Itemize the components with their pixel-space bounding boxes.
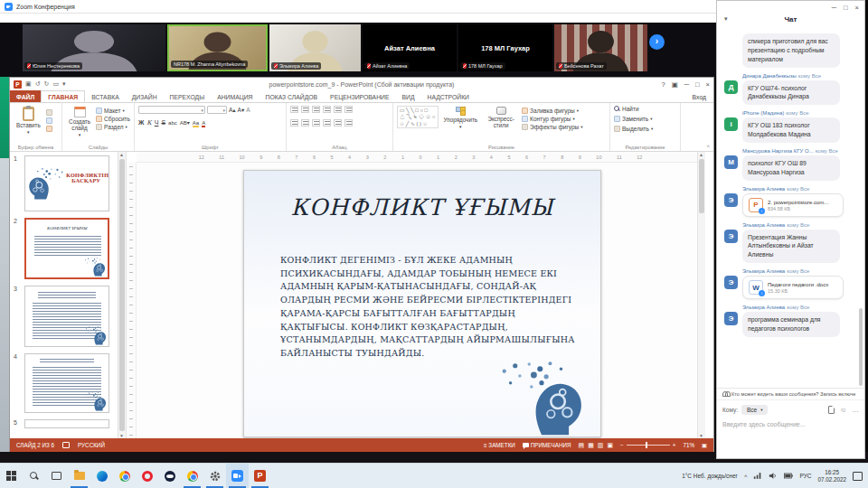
more-options-icon[interactable]: … <box>853 406 860 414</box>
comments-toggle[interactable]: ПРИМЕЧАНИЯ <box>523 442 571 448</box>
volume-icon[interactable] <box>769 472 778 480</box>
shapes-gallery[interactable]: ▭ ╲ ╲ □ ○ □ △ 乁 ↳ ◇ ☆ ○ ☆ ╱ ∿ ( ) ☆ <box>397 106 439 128</box>
smartart-icon[interactable] <box>344 119 353 127</box>
paste-button[interactable]: Вставить▾ <box>14 106 43 136</box>
reset-button[interactable]: Сбросить <box>96 116 130 122</box>
language-status[interactable]: РУССКИЙ <box>78 442 105 448</box>
zoom-in-icon[interactable]: + <box>673 442 676 448</box>
italic-button[interactable]: К <box>146 119 151 127</box>
find-button[interactable]: Найти <box>614 106 639 112</box>
powerpoint-app-button[interactable]: P <box>249 464 271 488</box>
normal-view-icon[interactable]: ▤ <box>579 442 585 449</box>
language-indicator[interactable]: РУС <box>799 473 811 479</box>
chat-close-button[interactable]: × <box>855 4 859 12</box>
select-button[interactable]: Выделить▾ <box>614 126 653 132</box>
slide-scrollbar[interactable]: ▲ ▼ <box>697 152 705 438</box>
fit-slide-icon[interactable]: ▣ <box>702 442 707 448</box>
font-color-button[interactable]: А <box>202 120 205 127</box>
reading-view-icon[interactable]: ▥ <box>598 442 604 449</box>
attach-file-icon[interactable] <box>828 406 835 414</box>
privacy-notice[interactable]: Кто может видеть ваши сообщения? Запись … <box>717 389 864 400</box>
cut-icon[interactable] <box>46 109 52 116</box>
tab-view[interactable]: ВИД <box>395 90 420 102</box>
action-center-icon[interactable] <box>853 472 863 481</box>
qat-customize-icon[interactable]: ▾ <box>62 80 66 88</box>
file-explorer-button[interactable] <box>68 464 90 488</box>
help-button[interactable]: ? <box>661 80 665 89</box>
align-right-icon[interactable] <box>312 119 320 127</box>
slide-thumbnail-4[interactable] <box>24 353 109 413</box>
save-icon[interactable]: ▣ <box>25 80 32 88</box>
tab-home[interactable]: ГЛАВНАЯ <box>41 90 85 102</box>
browser-eye-button[interactable] <box>158 464 181 488</box>
chat-minimize-button[interactable]: ─ <box>832 4 836 12</box>
strikethrough-button[interactable]: S <box>161 119 165 126</box>
slide-sorter-icon[interactable]: ▦ <box>588 442 594 449</box>
quick-styles-button[interactable]: Экспресс-стили <box>483 106 519 129</box>
replace-button[interactable]: Заменить▾ <box>614 116 652 122</box>
task-view-button[interactable] <box>45 464 68 488</box>
line-spacing-icon[interactable] <box>334 106 342 113</box>
tab-insert[interactable]: ВСТАВКА <box>85 90 125 102</box>
chrome-button[interactable] <box>113 464 136 488</box>
align-center-icon[interactable] <box>301 119 309 127</box>
start-button[interactable] <box>0 464 23 488</box>
minimize-button[interactable]: ─ <box>684 80 689 89</box>
file-attachment[interactable]: W↓ Педагоги педагоги .docx15.30 КБ <box>742 276 844 299</box>
shape-outline-button[interactable]: Контур фигуры▾ <box>522 116 582 122</box>
emoji-icon[interactable]: ☺ <box>840 406 847 414</box>
grow-font-icon[interactable]: А▴ <box>229 107 236 114</box>
zoom-slider-thumb[interactable] <box>646 442 647 448</box>
slide-canvas[interactable]: КОНФЛИКТ ҰҒЫМЫ КОНФЛИКТ ДЕГЕНІМІЗ - БҰЛ … <box>243 170 601 437</box>
battery-icon[interactable] <box>784 472 793 480</box>
font-name-combo[interactable]: ▾ <box>138 106 205 114</box>
collapse-ribbon-icon[interactable]: ˄ <box>706 144 710 149</box>
indent-decrease-icon[interactable] <box>312 106 320 113</box>
format-painter-icon[interactable] <box>46 126 52 132</box>
edge-button[interactable] <box>90 464 113 488</box>
thumbnail-scrollbar[interactable]: ▲ ▼ <box>118 152 127 438</box>
clear-format-icon[interactable]: А <box>246 107 250 113</box>
layout-button[interactable]: Макет▾ <box>96 108 130 114</box>
bold-button[interactable]: Ж <box>138 119 144 126</box>
sign-in-link[interactable]: Вход <box>686 90 713 102</box>
ribbon-display-button[interactable]: ▣ <box>672 80 678 89</box>
copy-icon[interactable] <box>46 117 52 124</box>
zoom-slider[interactable]: − + <box>620 442 675 448</box>
taskbar-search-button[interactable] <box>23 464 45 488</box>
shape-fill-button[interactable]: Заливка фигуры▾ <box>522 108 582 114</box>
notes-toggle[interactable]: ≡ ЗАМЕТКИ <box>484 442 515 448</box>
text-shadow-button[interactable]: abc <box>168 120 177 126</box>
close-button[interactable]: × <box>706 80 710 89</box>
clock[interactable]: 16:2507.02.2022 <box>817 469 846 483</box>
zoom-out-icon[interactable]: − <box>620 442 624 448</box>
chat-scrollbar[interactable] <box>859 308 863 386</box>
hidden-icons-chevron[interactable]: ˄ <box>744 474 748 479</box>
shrink-font-icon[interactable]: А▾ <box>238 107 245 114</box>
opera-button[interactable] <box>136 464 158 488</box>
zoom-level[interactable]: 71% <box>683 442 694 448</box>
slide-thumbnail-1[interactable]: КОНФЛИКТІНІ БАСҚАРУ <box>24 155 109 211</box>
slideshow-icon[interactable]: ▭ <box>52 80 59 88</box>
tab-transitions[interactable]: ПЕРЕХОДЫ <box>164 90 212 102</box>
display-settings-icon[interactable] <box>62 442 70 448</box>
columns-icon[interactable] <box>334 119 342 127</box>
numbering-icon[interactable] <box>301 106 309 113</box>
tab-addins[interactable]: НАДСТРОЙКИ <box>421 90 476 102</box>
text-direction-icon[interactable] <box>344 106 353 113</box>
slide-thumbnail-5[interactable] <box>24 419 109 428</box>
tab-review[interactable]: РЕЦЕНЗИРОВАНИЕ <box>324 90 395 102</box>
section-button[interactable]: Раздел▾ <box>96 124 130 130</box>
font-size-combo[interactable]: ▾ <box>207 106 227 114</box>
network-icon[interactable] <box>753 472 762 480</box>
highlight-button[interactable]: Аа <box>193 120 199 127</box>
arrange-button[interactable]: Упорядочить▾ <box>441 106 480 130</box>
redo-icon[interactable]: ↻ <box>44 80 50 88</box>
slideshow-view-icon[interactable]: ▣ <box>607 442 613 449</box>
file-attachment[interactable]: P↓ 2. powerpointstore.com...834.58 КБ <box>742 193 844 217</box>
underline-button[interactable]: Ч <box>155 119 159 126</box>
slide-thumbnail-3[interactable] <box>24 286 109 347</box>
justify-icon[interactable] <box>323 119 331 127</box>
shape-effects-button[interactable]: Эффекты фигуры▾ <box>522 124 582 130</box>
tab-design[interactable]: ДИЗАЙН <box>126 90 164 102</box>
